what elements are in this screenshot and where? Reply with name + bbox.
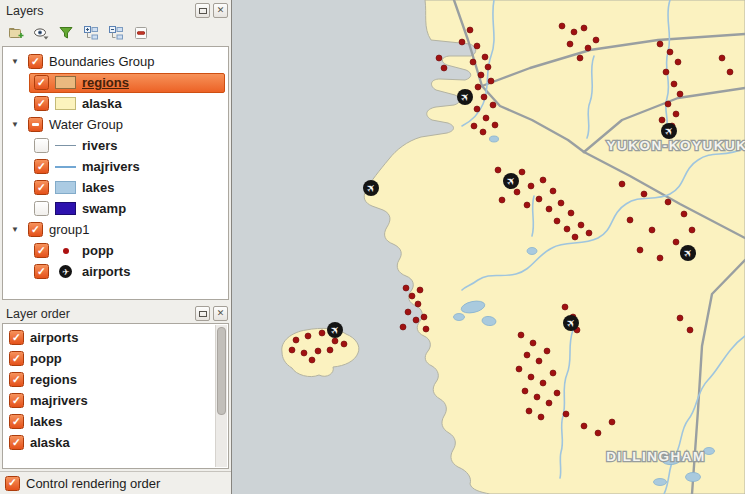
lakes-swatch	[55, 181, 76, 194]
layer-checkbox[interactable]	[28, 117, 43, 132]
check-icon: ✓	[12, 395, 21, 406]
popp-point	[409, 293, 415, 299]
layers-close-button[interactable]: ✕	[213, 3, 228, 18]
layer-order-row[interactable]: ✓lakes	[3, 411, 228, 432]
layer-label: popp	[82, 243, 114, 258]
scrollbar-thumb[interactable]	[217, 327, 226, 415]
collapse-arrow-icon[interactable]: ▼	[7, 120, 23, 129]
layer-order-label: alaska	[30, 435, 70, 450]
airport-icon: ✈	[59, 265, 72, 278]
layers-toolbar	[0, 20, 231, 46]
popp-point	[474, 106, 480, 112]
layer-checkbox[interactable]: ✓	[9, 372, 24, 387]
popp-point	[289, 347, 295, 353]
layer-order-float-button[interactable]	[195, 306, 210, 321]
layers-float-button[interactable]	[195, 3, 210, 18]
layer-checkbox[interactable]: ✓	[9, 351, 24, 366]
eye-icon	[33, 25, 49, 41]
layer-checkbox[interactable]: ✓	[28, 222, 43, 237]
layer-group-row[interactable]: ▼Water Group	[3, 114, 228, 135]
layer-row[interactable]: ✓alaska	[3, 93, 228, 114]
layer-row[interactable]: ✓majrivers	[3, 156, 228, 177]
layer-checkbox[interactable]: ✓	[34, 264, 49, 279]
control-rendering-order-checkbox[interactable]: ✓	[5, 476, 20, 491]
layer-label: alaska	[82, 96, 122, 111]
collapse-arrow-icon[interactable]: ▼	[7, 57, 23, 66]
map-region-label: YUKON-KOYUKUK	[607, 138, 745, 153]
layer-row[interactable]: swamp	[3, 198, 228, 219]
layer-order-row[interactable]: ✓alaska	[3, 432, 228, 453]
partial-check-icon	[32, 123, 39, 126]
layer-row[interactable]: ✓✈airports	[3, 261, 228, 282]
popp-point	[403, 285, 409, 291]
popp-point	[518, 332, 524, 338]
collapse-all-icon	[108, 25, 124, 41]
layer-order-scrollbar[interactable]	[215, 325, 227, 467]
popp-point	[637, 247, 643, 253]
popp-point	[585, 45, 591, 51]
layer-row-inner: ✓alaska	[29, 94, 225, 114]
layer-order-close-button[interactable]: ✕	[213, 306, 228, 321]
layer-order-titlebar[interactable]: Layer order ✕	[0, 303, 231, 323]
popp-point	[315, 348, 321, 354]
layer-checkbox[interactable]: ✓	[9, 414, 24, 429]
layer-row[interactable]: ✓popp	[3, 240, 228, 261]
popp-point	[673, 111, 679, 117]
layer-order-panel: Layer order ✕ ✓airports✓popp✓regions✓maj…	[0, 303, 231, 494]
layer-checkbox[interactable]: ✓	[34, 243, 49, 258]
popp-point	[663, 69, 669, 75]
popp-point	[309, 357, 315, 363]
popp-point	[482, 54, 488, 60]
group-label: group1	[49, 222, 89, 237]
popp-point	[471, 123, 477, 129]
popp-point	[586, 230, 592, 236]
collapse-all-button[interactable]	[107, 24, 125, 42]
layer-checkbox[interactable]: ✓	[34, 96, 49, 111]
layer-row[interactable]: ✓lakes	[3, 177, 228, 198]
remove-layer-button[interactable]	[132, 24, 150, 42]
popp-point	[550, 188, 556, 194]
layer-order-row[interactable]: ✓regions	[3, 369, 228, 390]
layers-tree: ▼✓Boundaries Group✓regions✓alaska▼Water …	[2, 46, 229, 300]
layer-checkbox[interactable]: ✓	[34, 75, 49, 90]
layer-checkbox[interactable]	[34, 201, 49, 216]
layer-checkbox[interactable]: ✓	[9, 330, 24, 345]
layer-order-row[interactable]: ✓airports	[3, 327, 228, 348]
layer-checkbox[interactable]	[34, 138, 49, 153]
layer-order-row[interactable]: ✓majrivers	[3, 390, 228, 411]
popp-point	[415, 301, 421, 307]
group-label: Water Group	[49, 117, 123, 132]
popp-point	[495, 167, 501, 173]
filter-legend-button[interactable]	[57, 24, 75, 42]
layer-group-row[interactable]: ▼✓Boundaries Group	[3, 51, 228, 72]
group-row-inner: Water Group	[23, 115, 225, 135]
filter-funnel-icon	[58, 25, 74, 41]
check-icon: ✓	[31, 56, 40, 67]
layer-checkbox[interactable]: ✓	[9, 435, 24, 450]
layer-checkbox[interactable]: ✓	[34, 159, 49, 174]
expand-all-button[interactable]	[82, 24, 100, 42]
popp-point	[481, 94, 487, 100]
layer-order-row[interactable]: ✓popp	[3, 348, 228, 369]
layer-checkbox[interactable]: ✓	[9, 393, 24, 408]
popp-point	[609, 419, 615, 425]
layer-row[interactable]: rivers	[3, 135, 228, 156]
add-group-button[interactable]	[7, 24, 25, 42]
layer-checkbox[interactable]: ✓	[28, 54, 43, 69]
layers-panel-titlebar[interactable]: Layers ✕	[0, 0, 231, 20]
collapse-arrow-icon[interactable]: ▼	[7, 225, 23, 234]
layer-label: rivers	[82, 138, 117, 153]
manage-visibility-button[interactable]	[32, 24, 50, 42]
popp-point	[519, 169, 525, 175]
popp-point	[581, 423, 587, 429]
check-icon: ✓	[37, 161, 46, 172]
popp-point	[727, 69, 733, 75]
layer-row[interactable]: ✓regions	[3, 72, 228, 93]
map-canvas[interactable]: ✈✈✈✈✈✈✈ YUKON-KOYUKUKDILLINGHAM	[232, 0, 745, 494]
airport-marker: ✈	[661, 123, 677, 139]
check-icon: ✓	[37, 77, 46, 88]
layer-group-row[interactable]: ▼✓group1	[3, 219, 228, 240]
layer-row-inner: ✓popp	[29, 241, 225, 261]
layer-checkbox[interactable]: ✓	[34, 180, 49, 195]
airports-swatch: ✈	[55, 265, 76, 278]
